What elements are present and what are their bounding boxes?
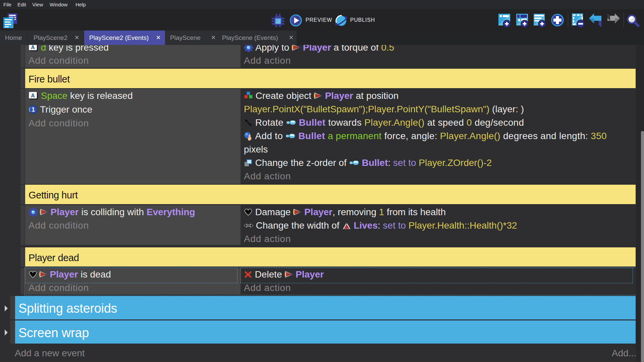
svg-text:A: A xyxy=(31,45,35,50)
svg-text:A: A xyxy=(31,93,35,99)
svg-text:1: 1 xyxy=(32,106,35,113)
